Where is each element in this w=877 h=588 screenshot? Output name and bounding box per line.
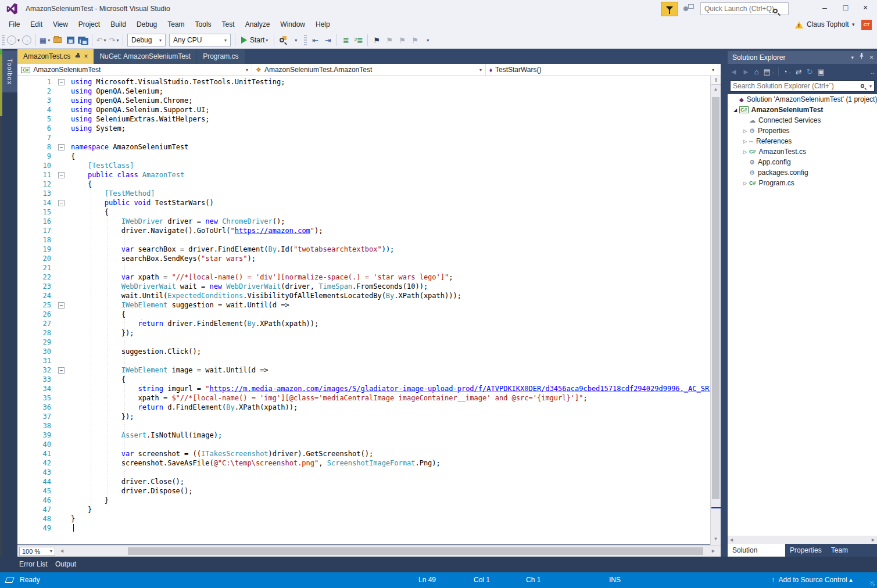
code-line-15[interactable]: 15 {: [17, 207, 710, 217]
code-line-37[interactable]: 37 });: [17, 412, 710, 421]
collapse-region-icon[interactable]: −: [58, 172, 65, 178]
menu-team[interactable]: Team: [162, 17, 189, 32]
doc-tab-nuget-amazonseleniumtest[interactable]: NuGet: AmazonSeleniumTest: [94, 49, 196, 64]
code-line-7[interactable]: 7: [17, 133, 710, 142]
resize-grip[interactable]: [870, 581, 875, 586]
status-column-number[interactable]: Col 1: [474, 572, 490, 588]
code-line-4[interactable]: 4using OpenQA.Selenium.Support.UI;: [17, 105, 710, 114]
tree-item-app-config[interactable]: ⚙App.config: [728, 157, 877, 167]
navigate-back-icon[interactable]: ←▾: [7, 34, 20, 46]
preview-selected-items-icon[interactable]: ▣: [818, 67, 825, 76]
menu-help[interactable]: Help: [310, 17, 335, 32]
minimize-button[interactable]: –: [815, 0, 835, 16]
code-line-26[interactable]: 26 {: [17, 310, 710, 319]
menu-analyze[interactable]: Analyze: [240, 17, 275, 32]
code-line-21[interactable]: 21: [17, 263, 710, 273]
code-line-6[interactable]: 6using System;: [17, 124, 710, 133]
previous-bookmark-icon[interactable]: ⚑: [384, 34, 395, 46]
code-line-30[interactable]: 30 suggestion.Click();: [17, 347, 710, 356]
tree-expand-icon[interactable]: ▷: [741, 149, 749, 155]
toolbox-tab[interactable]: Toolbox: [2, 51, 17, 92]
editor-split-handle[interactable]: ⇕: [711, 76, 721, 85]
toolbar-grip[interactable]: [2, 35, 5, 45]
solution-configuration-dropdown[interactable]: Debug▾: [127, 34, 166, 46]
status-line-number[interactable]: Ln 49: [418, 572, 436, 588]
bottom-tab-error-list[interactable]: Error List: [19, 557, 48, 572]
code-line-49[interactable]: 49: [17, 524, 710, 533]
title-bar[interactable]: AmazonSeleniumTest - Microsoft Visual St…: [0, 0, 877, 17]
solution-explorer-scrollbar[interactable]: ◄ ►: [728, 536, 877, 544]
solution-explorer-header[interactable]: Solution Explorer ▾ ×: [728, 51, 877, 64]
menu-project[interactable]: Project: [73, 17, 105, 32]
user-dropdown-icon[interactable]: ▾: [852, 17, 855, 32]
uncomment-lines-icon[interactable]: ²≣: [353, 34, 364, 46]
toolbar-overflow-icon[interactable]: ▾: [290, 34, 302, 46]
toolbar-overflow-icon[interactable]: ‥: [871, 69, 875, 75]
account-warning-icon[interactable]: [795, 21, 803, 28]
navigate-forward-editor-icon[interactable]: ⇥: [322, 34, 334, 46]
tree-item-amazonseleniumtest[interactable]: ◢C#AmazonSeleniumTest: [728, 105, 877, 115]
panel-tab-properties[interactable]: Properties: [785, 544, 826, 557]
menu-build[interactable]: Build: [105, 17, 131, 32]
collapse-region-icon[interactable]: −: [58, 200, 65, 206]
scroll-left-icon[interactable]: ◄: [59, 548, 65, 554]
code-line-3[interactable]: 3using OpenQA.Selenium.Chrome;: [17, 96, 710, 105]
back-icon[interactable]: ◄: [730, 67, 738, 76]
scroll-down-icon[interactable]: ▼: [711, 536, 721, 542]
status-insert-mode[interactable]: INS: [609, 572, 621, 588]
toggle-bookmark-icon[interactable]: ⚑: [371, 34, 382, 46]
code-line-38[interactable]: 38: [17, 421, 710, 431]
vertical-scrollbar-thumb[interactable]: [712, 97, 720, 499]
menu-edit[interactable]: Edit: [25, 17, 48, 32]
collapse-region-icon[interactable]: −: [58, 302, 65, 309]
editor-vertical-scrollbar[interactable]: ⇕ ▲ ▼: [710, 76, 721, 545]
toolbar-grip[interactable]: [304, 35, 307, 45]
tree-item-references[interactable]: ▷▪▪References: [728, 136, 877, 146]
panel-tab-solution-explor[interactable]: Solution Explor...: [728, 544, 785, 557]
collapse-region-icon[interactable]: −: [58, 144, 65, 150]
menu-file[interactable]: File: [3, 17, 25, 32]
sync-with-active-document-icon[interactable]: ⇄: [796, 67, 802, 76]
code-line-1[interactable]: 1−using Microsoft.VisualStudio.TestTools…: [17, 77, 710, 87]
feedback-filter-button[interactable]: [661, 2, 678, 16]
code-line-33[interactable]: 33 {: [17, 375, 710, 384]
code-line-27[interactable]: 27 return driver.FindElement(By.XPath(xp…: [17, 319, 710, 328]
window-position-icon[interactable]: ▾: [851, 51, 854, 64]
code-line-12[interactable]: 12 {: [17, 180, 710, 189]
code-line-19[interactable]: 19 var searchBox = driver.FindElement(By…: [17, 245, 710, 254]
start-debug-button[interactable]: Start▾: [241, 36, 268, 44]
code-line-32[interactable]: 32− IWebElement image = wait.Until(d =>: [17, 365, 710, 375]
code-line-28[interactable]: 28 });: [17, 328, 710, 338]
save-icon[interactable]: [65, 34, 76, 46]
scroll-left-icon[interactable]: ◄: [729, 537, 734, 543]
tree-item-program-cs[interactable]: ▷C#Program.cs: [728, 178, 877, 188]
forward-icon[interactable]: ►: [742, 67, 750, 76]
code-editor[interactable]: 1−using Microsoft.VisualStudio.TestTools…: [17, 76, 710, 544]
add-to-source-control-button[interactable]: ↑ Add to Source Control ▴: [771, 572, 853, 588]
scroll-right-icon[interactable]: ►: [871, 537, 876, 543]
solution-platform-dropdown[interactable]: Any CPU▾: [169, 34, 231, 46]
pending-changes-filter-icon[interactable]: ◔▾: [783, 67, 791, 76]
code-line-23[interactable]: 23 WebDriverWait wait = new WebDriverWai…: [17, 282, 710, 291]
menu-test[interactable]: Test: [217, 17, 240, 32]
code-line-44[interactable]: 44 driver.Close();: [17, 477, 710, 486]
code-line-36[interactable]: 36 return d.FindElement(By.XPath(xpath))…: [17, 403, 710, 412]
code-line-39[interactable]: 39 Assert.IsNotNull(image);: [17, 431, 710, 440]
code-line-11[interactable]: 11− public class AmazonTest: [17, 170, 710, 180]
comment-lines-icon[interactable]: ≣: [340, 34, 352, 46]
tree-item-packages-config[interactable]: ⚙packages.config: [728, 167, 877, 178]
code-line-45[interactable]: 45 driver.Dispose();: [17, 486, 710, 496]
code-line-47[interactable]: 47 }: [17, 505, 710, 514]
tree-expand-icon[interactable]: ▷: [741, 128, 749, 134]
type-dropdown[interactable]: ❖ AmazonSeleniumTest.AmazonTest ▾: [252, 64, 486, 76]
refresh-icon[interactable]: ↻: [807, 67, 813, 76]
code-line-14[interactable]: 14− public void TestStarWars(): [17, 198, 710, 207]
code-line-43[interactable]: 43: [17, 468, 710, 477]
solution-explorer-search[interactable]: Search Solution Explorer (Ctrl+¨) ▾: [730, 80, 875, 92]
code-line-41[interactable]: 41 var screenshot = ((ITakesScreenshot)d…: [17, 449, 710, 458]
code-line-29[interactable]: 29: [17, 338, 710, 347]
menu-debug[interactable]: Debug: [131, 17, 162, 32]
menu-view[interactable]: View: [48, 17, 73, 32]
scroll-up-icon[interactable]: ▲: [711, 87, 721, 92]
tree-expand-icon[interactable]: ▷: [741, 139, 749, 144]
